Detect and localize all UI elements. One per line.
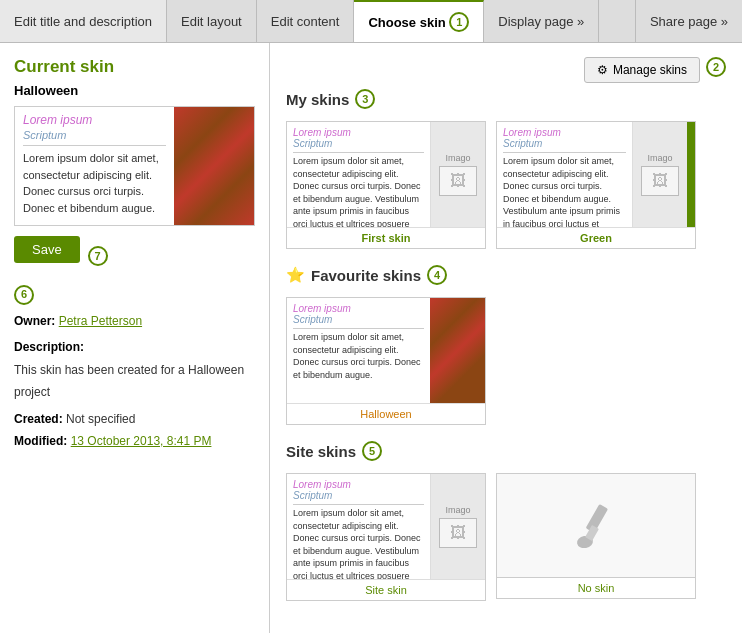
badge-4: 4	[427, 265, 447, 285]
skin-metadata: 6 Owner: Petra Petterson Description: Th…	[14, 285, 255, 453]
green-bar	[687, 122, 695, 227]
skin-card-green[interactable]: Lorem ipsum Scriptum Lorem ipsum dolor s…	[496, 121, 696, 249]
site-skins-grid: Lorem ipsum Scriptum Lorem ipsum dolor s…	[286, 473, 726, 601]
badge-1: 1	[449, 12, 469, 32]
right-panel: ⚙ Manage skins 2 My skins 3 Lorem ipsum …	[270, 43, 742, 633]
no-skin-label: No skin	[496, 578, 696, 599]
owner-label: Owner:	[14, 314, 55, 328]
description-label: Description:	[14, 340, 84, 354]
tab-choose-skin[interactable]: Choose skin 1	[354, 0, 484, 42]
skin-preview-image	[174, 107, 254, 225]
owner-link[interactable]: Petra Petterson	[59, 314, 142, 328]
image-icon-3: 🖼	[450, 524, 466, 542]
manage-skins-label: Manage skins	[613, 63, 687, 77]
preview-body: Lorem ipsum dolor sit amet, consectetur …	[23, 150, 166, 216]
site-skins-section: Site skins 5 Lorem ipsum Scriptum Lorem …	[286, 441, 726, 601]
save-button[interactable]: Save	[14, 236, 80, 263]
image-placeholder-1: 🖼	[439, 166, 477, 196]
main-content: Current skin Halloween Lorem ipsum Scrip…	[0, 43, 742, 633]
first-skin-label: First skin	[287, 227, 485, 248]
image-placeholder-2: 🖼	[641, 166, 679, 196]
favourite-star-icon: ⭐	[286, 266, 305, 284]
halloween-skin-text: Lorem ipsum Scriptum Lorem ipsum dolor s…	[287, 298, 430, 403]
skin-card-halloween[interactable]: Lorem ipsum Scriptum Lorem ipsum dolor s…	[286, 297, 486, 425]
current-skin-preview: Lorem ipsum Scriptum Lorem ipsum dolor s…	[14, 106, 255, 226]
site-skin-text: Lorem ipsum Scriptum Lorem ipsum dolor s…	[287, 474, 430, 579]
site-skin-image: Imago 🖼	[430, 474, 485, 579]
favourite-skins-section: ⭐ Favourite skins 4 Lorem ipsum Scriptum…	[286, 265, 726, 425]
current-skin-title: Current skin	[14, 57, 255, 77]
brush-icon	[566, 496, 626, 556]
site-skins-title: Site skins 5	[286, 441, 726, 461]
badge-6: 6	[14, 285, 34, 305]
green-skin-text: Lorem ipsum Scriptum Lorem ipsum dolor s…	[497, 122, 632, 227]
tab-share-page[interactable]: Share page »	[635, 0, 742, 42]
preview-scriptum: Scriptum	[23, 129, 166, 146]
site-skin-label: Site skin	[287, 579, 485, 600]
badge-3: 3	[355, 89, 375, 109]
image-placeholder-3: 🖼	[439, 518, 477, 548]
badge-2: 2	[706, 57, 726, 77]
description-text: This skin has been created for a Hallowe…	[14, 360, 255, 403]
green-skin-label: Green	[497, 227, 695, 248]
skin-card-no-skin[interactable]: No skin	[496, 473, 696, 601]
modified-label: Modified:	[14, 434, 67, 448]
tab-display-page[interactable]: Display page »	[484, 0, 599, 42]
badge-7: 7	[88, 246, 108, 266]
favourite-skins-grid: Lorem ipsum Scriptum Lorem ipsum dolor s…	[286, 297, 726, 425]
green-skin-image: Imago 🖼	[632, 122, 687, 227]
tab-edit-layout[interactable]: Edit layout	[167, 0, 257, 42]
skin-card-first[interactable]: Lorem ipsum Scriptum Lorem ipsum dolor s…	[286, 121, 486, 249]
my-skins-title: My skins 3	[286, 89, 726, 109]
skin-card-site[interactable]: Lorem ipsum Scriptum Lorem ipsum dolor s…	[286, 473, 486, 601]
tab-edit-content[interactable]: Edit content	[257, 0, 355, 42]
halloween-skin-image	[430, 298, 485, 403]
favourite-skins-title: ⭐ Favourite skins 4	[286, 265, 726, 285]
left-panel: Current skin Halloween Lorem ipsum Scrip…	[0, 43, 270, 633]
created-value: Not specified	[66, 412, 135, 426]
manage-skins-button[interactable]: ⚙ Manage skins	[584, 57, 700, 83]
preview-lorem: Lorem ipsum	[23, 113, 166, 127]
gear-icon: ⚙	[597, 63, 608, 77]
modified-value: 13 October 2013, 8:41 PM	[71, 434, 212, 448]
tab-edit-title[interactable]: Edit title and description	[0, 0, 167, 42]
my-skins-grid: Lorem ipsum Scriptum Lorem ipsum dolor s…	[286, 121, 726, 249]
skin-preview-text-area: Lorem ipsum Scriptum Lorem ipsum dolor s…	[15, 107, 174, 225]
created-label: Created:	[14, 412, 63, 426]
no-skin-preview	[496, 473, 696, 578]
badge-5: 5	[362, 441, 382, 461]
halloween-skin-label: Halloween	[287, 403, 485, 424]
image-icon-1: 🖼	[450, 172, 466, 190]
first-skin-text: Lorem ipsum Scriptum Lorem ipsum dolor s…	[287, 122, 430, 227]
my-skins-section: My skins 3 Lorem ipsum Scriptum Lorem ip…	[286, 89, 726, 249]
top-navigation: Edit title and description Edit layout E…	[0, 0, 742, 43]
first-skin-image: Imago 🖼	[430, 122, 485, 227]
skin-name-label: Halloween	[14, 83, 255, 98]
image-icon-2: 🖼	[652, 172, 668, 190]
